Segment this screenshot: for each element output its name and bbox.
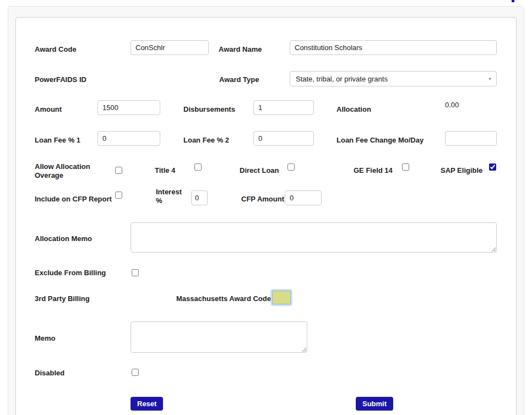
reset-button[interactable]: Reset [131,397,163,411]
allocation-memo-textarea[interactable] [131,222,497,253]
award-code-input[interactable] [131,40,209,55]
direct-loan-checkbox[interactable] [287,163,295,171]
interest-pct-input[interactable] [191,190,208,205]
title-4-checkbox[interactable] [194,163,202,171]
ge-field-14-checkbox[interactable] [402,163,409,171]
ge-field-14-label: GE Field 14 [354,166,393,175]
exclude-from-billing-checkbox[interactable] [132,269,139,276]
award-form-screen: Award Code Award Name PowerFAIDS ID Awar… [0,0,532,415]
disabled-label: Disabled [35,369,64,378]
allocation-label: Allocation [336,105,371,114]
direct-loan-label: Direct Loan [240,166,279,175]
memo-textarea[interactable] [131,321,307,353]
sap-eligible-checkbox[interactable] [489,163,496,171]
sap-eligible-label: SAP Eligible [441,166,482,175]
award-type-select[interactable]: State, tribal, or private grants ▾ [290,71,497,86]
interest-pct-label: Interest % [156,188,188,205]
award-code-label: Award Code [35,45,77,54]
allocation-memo-label: Allocation Memo [35,234,92,243]
disabled-checkbox[interactable] [132,369,139,376]
cfp-amount-input[interactable] [285,190,322,205]
disbursements-input[interactable] [253,100,314,115]
award-type-label: Award Type [219,75,259,84]
loan-fee-1-label: Loan Fee % 1 [35,136,80,145]
include-on-cfp-report-checkbox[interactable] [115,192,122,199]
loan-fee-2-input[interactable] [253,131,314,146]
loan-fee-2-label: Loan Fee % 2 [183,136,229,145]
cfp-amount-label: CFP Amount [241,195,284,204]
award-type-selected-value: State, tribal, or private grants [296,75,388,83]
title-4-label: Title 4 [155,166,175,175]
award-name-label: Award Name [219,45,262,54]
disbursements-label: Disbursements [183,105,235,114]
loan-fee-change-input[interactable] [445,131,497,146]
powerfaids-id-label: PowerFAIDS ID [35,75,86,84]
chevron-down-icon: ▾ [488,77,491,81]
loan-fee-1-input[interactable] [97,131,160,146]
allow-allocation-overage-checkbox[interactable] [115,167,122,174]
amount-input[interactable] [97,100,160,115]
exclude-from-billing-label: Exclude From Billing [35,269,106,277]
memo-label: Memo [35,334,56,343]
allocation-value: 0.00 [445,101,459,109]
clipped-content-fragment [512,0,514,2]
amount-label: Amount [35,105,62,114]
third-party-billing-label: 3rd Party Billing [35,294,90,303]
include-on-cfp-report-label: Include on CFP Report [35,195,112,204]
massachusetts-award-code-input[interactable] [272,291,291,304]
submit-button[interactable]: Submit [356,397,393,411]
massachusetts-award-code-label: Massachusetts Award Code [176,294,271,303]
loan-fee-change-label: Loan Fee Change Mo/Day [336,136,424,145]
allow-allocation-overage-label: Allow Allocation Overage [35,162,100,179]
award-name-input[interactable] [290,40,497,55]
